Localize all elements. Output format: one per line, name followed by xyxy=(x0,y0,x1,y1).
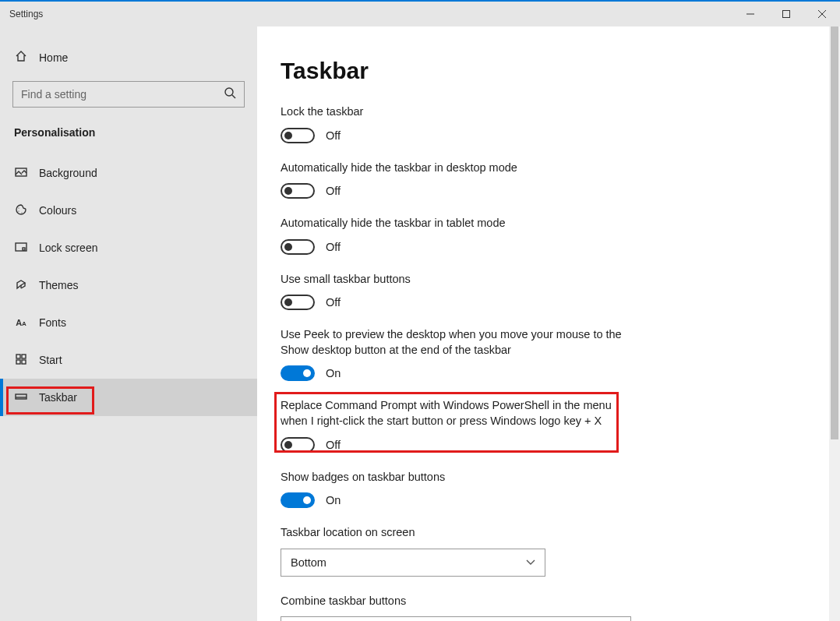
toggle-row: Off xyxy=(281,183,840,199)
toggle-state: On xyxy=(326,367,341,379)
setting-label: Use small taskbar buttons xyxy=(281,272,631,288)
scrollbar-thumb[interactable] xyxy=(831,26,838,439)
start-icon xyxy=(14,353,28,368)
minimize-icon xyxy=(746,10,754,18)
setting-small-buttons: Use small taskbar buttons Off xyxy=(281,272,840,311)
section-header: Personalisation xyxy=(0,108,257,146)
setting-label: Automatically hide the taskbar in tablet… xyxy=(281,216,631,231)
toggle-autohide-tablet[interactable] xyxy=(281,239,315,255)
scrollbar-track[interactable] xyxy=(829,26,840,621)
dropdown-value: Bottom xyxy=(291,556,326,569)
toggle-state: Off xyxy=(326,129,341,142)
setting-label: Combine taskbar buttons xyxy=(281,594,631,609)
home-nav[interactable]: Home xyxy=(0,42,257,73)
toggle-row: On xyxy=(281,492,840,508)
toggle-state: On xyxy=(326,494,341,506)
sidebar-item-label: Themes xyxy=(39,279,79,291)
maximize-button[interactable] xyxy=(768,2,804,26)
sidebar-item-label: Colours xyxy=(39,204,76,217)
toggle-row: Off xyxy=(281,239,840,255)
svg-rect-16 xyxy=(16,394,26,399)
toggle-autohide-desktop[interactable] xyxy=(281,183,315,199)
setting-lock-taskbar: Lock the taskbar Off xyxy=(281,104,840,143)
sidebar-item-label: Background xyxy=(39,167,97,179)
page-title: Taskbar xyxy=(281,58,840,84)
window-controls xyxy=(732,2,840,26)
setting-badges: Show badges on taskbar buttons On xyxy=(281,470,840,509)
setting-peek: Use Peek to preview the desktop when you… xyxy=(281,327,840,381)
main-inner: Taskbar Lock the taskbar Off Automatical… xyxy=(281,58,840,621)
search-wrap xyxy=(0,73,257,108)
lockscreen-icon xyxy=(14,241,28,256)
svg-rect-1 xyxy=(783,11,790,18)
close-button[interactable] xyxy=(804,2,840,26)
sidebar-item-background[interactable]: Background xyxy=(0,154,257,192)
search-icon xyxy=(224,86,236,102)
search-input[interactable] xyxy=(21,88,214,101)
sidebar-item-start[interactable]: Start xyxy=(0,341,257,379)
window-title: Settings xyxy=(9,9,43,19)
toggle-row: Off xyxy=(281,295,840,310)
dropdown-taskbar-location[interactable]: Bottom xyxy=(281,549,545,577)
svg-rect-12 xyxy=(16,355,20,358)
chevron-down-icon xyxy=(526,557,535,568)
toggle-state: Off xyxy=(326,439,341,451)
sidebar-item-lock-screen[interactable]: Lock screen xyxy=(0,229,257,266)
toggle-state: Off xyxy=(326,185,341,197)
toggle-row: On xyxy=(281,365,840,381)
sidebar-item-themes[interactable]: Themes xyxy=(0,266,257,304)
toggle-lock-taskbar[interactable] xyxy=(281,128,315,143)
sidebar: Home Personalisation Background xyxy=(0,26,257,621)
setting-autohide-desktop: Automatically hide the taskbar in deskto… xyxy=(281,161,840,199)
toggle-powershell[interactable] xyxy=(281,437,315,453)
fonts-icon: AA xyxy=(14,318,28,327)
nav-list: Background Colours Lock screen xyxy=(0,154,257,416)
taskbar-icon xyxy=(14,390,28,405)
sidebar-item-label: Lock screen xyxy=(39,242,97,254)
themes-icon xyxy=(14,278,28,293)
dropdown-combine-buttons[interactable]: Always hide labels xyxy=(281,616,631,621)
svg-point-4 xyxy=(225,88,233,96)
toggle-state: Off xyxy=(326,296,341,309)
svg-line-5 xyxy=(232,95,235,98)
setting-label: Use Peek to preview the desktop when you… xyxy=(281,327,631,358)
toggle-row: Off xyxy=(281,437,840,453)
toggle-state: Off xyxy=(326,241,341,253)
setting-label: Lock the taskbar xyxy=(281,104,631,120)
home-label: Home xyxy=(39,51,68,64)
svg-rect-13 xyxy=(22,355,26,358)
svg-point-9 xyxy=(21,212,22,213)
toggle-badges[interactable] xyxy=(281,492,315,508)
toggle-peek[interactable] xyxy=(281,365,315,381)
svg-rect-14 xyxy=(16,360,20,364)
toggle-row: Off xyxy=(281,128,840,143)
home-icon xyxy=(14,50,28,65)
main-panel: Taskbar Lock the taskbar Off Automatical… xyxy=(257,26,840,621)
svg-rect-11 xyxy=(23,248,25,250)
setting-label: Show badges on taskbar buttons xyxy=(281,470,631,485)
window-body: Home Personalisation Background xyxy=(0,26,840,621)
setting-combine: Combine taskbar buttons Always hide labe… xyxy=(281,594,840,621)
minimize-button[interactable] xyxy=(732,2,768,26)
setting-location: Taskbar location on screen Bottom xyxy=(281,525,840,577)
settings-window: Settings Home xyxy=(0,0,840,621)
sidebar-item-label: Taskbar xyxy=(39,391,77,404)
palette-icon xyxy=(14,203,28,218)
sidebar-item-colours[interactable]: Colours xyxy=(0,192,257,229)
picture-icon xyxy=(14,166,28,181)
setting-autohide-tablet: Automatically hide the taskbar in tablet… xyxy=(281,216,840,255)
maximize-icon xyxy=(782,10,790,18)
setting-label: Taskbar location on screen xyxy=(281,525,631,541)
titlebar: Settings xyxy=(0,2,840,26)
search-box[interactable] xyxy=(12,81,245,108)
sidebar-item-taskbar[interactable]: Taskbar xyxy=(0,379,257,416)
toggle-small-buttons[interactable] xyxy=(281,295,315,310)
setting-powershell: Replace Command Prompt with Windows Powe… xyxy=(281,398,840,452)
svg-point-7 xyxy=(18,207,19,208)
sidebar-item-label: Start xyxy=(39,354,62,366)
setting-label: Automatically hide the taskbar in deskto… xyxy=(281,161,631,176)
sidebar-item-label: Fonts xyxy=(39,316,66,329)
sidebar-item-fonts[interactable]: AA Fonts xyxy=(0,304,257,341)
svg-point-8 xyxy=(18,210,19,211)
svg-rect-15 xyxy=(22,360,26,364)
